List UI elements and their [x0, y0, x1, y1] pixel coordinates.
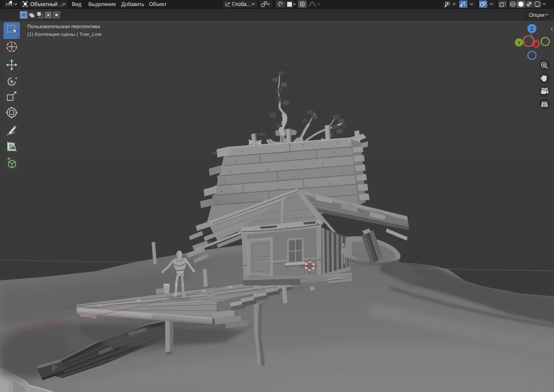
svg-text:X: X [535, 42, 538, 47]
svg-text:Объект: Объект [149, 1, 167, 7]
svg-text:Вид: Вид [72, 1, 81, 7]
svg-text:Z: Z [530, 26, 533, 32]
svg-text:Глоба...: Глоба... [232, 1, 251, 7]
svg-text:Выделение: Выделение [88, 1, 116, 7]
svg-text:Объектный ...: Объектный ... [30, 1, 63, 7]
svg-text:Добавить: Добавить [121, 1, 144, 7]
svg-text:Опции: Опции [529, 12, 544, 18]
svg-text:Y: Y [517, 40, 521, 45]
